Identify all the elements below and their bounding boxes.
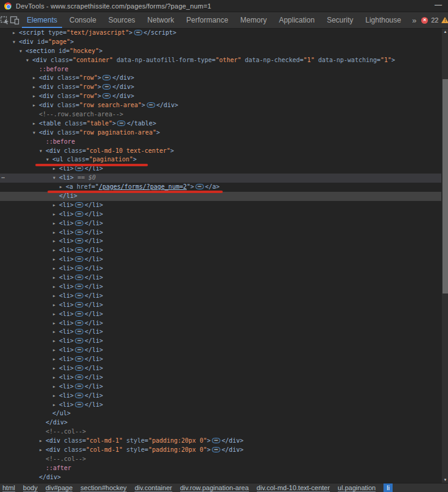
expand-arrow-closed-icon[interactable]: ▶ (33, 119, 39, 128)
error-icon[interactable]: ✕ (421, 17, 428, 24)
expand-arrow-closed-icon[interactable]: ▶ (33, 101, 39, 110)
tab-memory[interactable]: Memory (234, 12, 273, 28)
dom-tree-row-selected[interactable]: ⋯▼<li> == $0 (0, 174, 441, 183)
ellipsis-expand-pill[interactable]: ⋯ (134, 30, 142, 35)
expand-arrow-closed-icon[interactable]: ▶ (53, 310, 59, 319)
dom-tree-row[interactable]: ▶<div class="col-md-1" style="padding:20… (0, 437, 441, 446)
expand-arrow-closed-icon[interactable]: ▶ (53, 301, 59, 310)
expand-arrow-closed-icon[interactable]: ▶ (53, 255, 59, 264)
expand-arrow-closed-icon[interactable]: ▶ (53, 246, 59, 255)
dom-tree-row[interactable]: ▶<li>⋯</li> (0, 310, 441, 319)
ellipsis-expand-pill[interactable]: ⋯ (75, 220, 83, 226)
ellipsis-expand-pill[interactable]: ⋯ (75, 230, 83, 235)
breadcrumb-item-div-page[interactable]: div#page (46, 484, 73, 492)
expand-arrow-closed-icon[interactable]: ▶ (53, 401, 59, 410)
expand-arrow-closed-icon[interactable]: ▶ (53, 292, 59, 301)
scrollbar-down-button[interactable]: ▼ (442, 477, 448, 483)
breadcrumb-item-ul-pagination[interactable]: ul.pagination (338, 484, 376, 492)
minimize-button[interactable]: — (435, 1, 442, 9)
ellipsis-expand-pill[interactable]: ⋯ (75, 338, 83, 343)
dom-tree-row[interactable]: ▶<li>⋯</li> (0, 228, 441, 237)
dom-tree-row[interactable]: ▶<script type="text/javascript">⋯</scrip… (0, 29, 441, 38)
dom-tree-row[interactable]: ::before (0, 65, 441, 74)
ellipsis-expand-pill[interactable]: ⋯ (75, 265, 83, 271)
expand-arrow-closed-icon[interactable]: ▶ (40, 437, 46, 446)
expand-arrow-closed-icon[interactable]: ▶ (33, 74, 39, 83)
ellipsis-expand-pill[interactable]: ⋯ (195, 184, 204, 189)
breadcrumb-item-body[interactable]: body (23, 484, 38, 492)
dom-tree-row[interactable]: ▶<li>⋯</li> (0, 382, 441, 392)
dom-tree-row[interactable]: ▼<div id="page"> (0, 38, 441, 47)
breadcrumb-item-div-container[interactable]: div.container (135, 484, 172, 492)
ellipsis-expand-pill[interactable]: ⋯ (102, 84, 111, 90)
expand-arrow-closed-icon[interactable]: ▶ (53, 328, 59, 337)
expand-arrow-open-icon[interactable]: ▼ (26, 56, 32, 65)
inspect-element-button[interactable] (0, 12, 10, 28)
ellipsis-expand-pill[interactable]: ⋯ (147, 102, 155, 108)
error-count[interactable]: 22 (431, 16, 438, 24)
dom-tree-row[interactable]: ▼<section id="hockey"> (0, 47, 441, 56)
expand-arrow-closed-icon[interactable]: ▶ (53, 283, 59, 292)
expand-arrow-closed-icon[interactable]: ▶ (53, 392, 59, 401)
ellipsis-expand-pill[interactable]: ⋯ (102, 93, 111, 99)
ellipsis-expand-pill[interactable]: ⋯ (75, 202, 83, 208)
dom-tree-row[interactable]: <!--.col--> (0, 455, 441, 464)
expand-arrow-open-icon[interactable]: ▼ (53, 174, 59, 183)
dom-tree-row[interactable]: ▶<li>⋯</li> (0, 364, 441, 373)
dom-tree-row[interactable]: ▶<li>⋯</li> (0, 273, 441, 283)
dom-tree-row[interactable]: ▶<li>⋯</li> (0, 319, 441, 328)
tab-sources[interactable]: Sources (102, 12, 141, 28)
tab-elements[interactable]: Elements (21, 12, 63, 28)
dom-tree-row[interactable]: </div> (0, 473, 441, 482)
expand-arrow-closed-icon[interactable]: ▶ (53, 337, 59, 346)
expand-arrow-open-icon[interactable]: ▼ (40, 147, 46, 156)
dom-tree-row[interactable]: ▶<li>⋯</li> (0, 255, 441, 264)
ellipsis-expand-pill[interactable]: ⋯ (212, 438, 220, 443)
ellipsis-expand-pill[interactable]: ⋯ (75, 284, 83, 289)
dom-tree-row[interactable]: <!--.col--> (0, 427, 441, 437)
expand-arrow-closed-icon[interactable]: ▶ (13, 29, 19, 38)
ellipsis-expand-pill[interactable]: ⋯ (117, 121, 125, 126)
ellipsis-expand-pill[interactable]: ⋯ (102, 75, 111, 80)
dom-tree-row[interactable]: <!--.row.search-area--> (0, 110, 441, 119)
expand-arrow-closed-icon[interactable]: ▶ (53, 201, 59, 210)
dom-tree-row[interactable]: ▶<li>⋯</li> (0, 219, 441, 228)
warning-icon[interactable]: ! (441, 17, 448, 24)
expand-arrow-closed-icon[interactable]: ▶ (53, 164, 59, 174)
dom-tree-row[interactable]: ▶<li>⋯</li> (0, 283, 441, 292)
tab-network[interactable]: Network (141, 12, 180, 28)
expand-arrow-closed-icon[interactable]: ▶ (53, 355, 59, 364)
expand-arrow-closed-icon[interactable]: ▶ (40, 446, 46, 455)
dom-tree-row[interactable]: ::after (0, 464, 441, 473)
dom-tree-row[interactable]: ▶<li>⋯</li> (0, 246, 441, 255)
dom-tree-row[interactable]: ▶<div class="row search-area">⋯</div> (0, 101, 441, 110)
scrollbar-up-button[interactable]: ▲ (442, 29, 448, 35)
dom-tree-row[interactable]: ▶<li>⋯</li> (0, 201, 441, 210)
tab-security[interactable]: Security (321, 12, 359, 28)
expand-arrow-closed-icon[interactable]: ▶ (53, 228, 59, 237)
dom-tree-row[interactable]: ▶<table class="table">⋯</table> (0, 119, 441, 128)
dom-tree-row[interactable]: ▶<div class="row">⋯</div> (0, 92, 441, 101)
expand-arrow-open-icon[interactable]: ▼ (33, 128, 39, 138)
tab-performance[interactable]: Performance (180, 12, 234, 28)
ellipsis-expand-pill[interactable]: ⋯ (75, 402, 83, 407)
ellipsis-expand-pill[interactable]: ⋯ (75, 365, 83, 371)
ellipsis-expand-pill[interactable]: ⋯ (212, 447, 220, 452)
ellipsis-expand-pill[interactable]: ⋯ (75, 247, 83, 253)
dom-tree-row[interactable]: ▶<li>⋯</li> (0, 373, 441, 382)
breadcrumb-item-section-hockey[interactable]: section#hockey (80, 484, 127, 492)
dom-tree-row[interactable]: ▶<li>⋯</li> (0, 292, 441, 301)
expand-arrow-open-icon[interactable]: ▼ (19, 47, 26, 56)
expand-arrow-closed-icon[interactable]: ▶ (53, 373, 59, 382)
dom-tree-row[interactable]: </div> (0, 418, 441, 427)
dom-tree-row[interactable]: ▶<div class="row">⋯</div> (0, 83, 441, 92)
expand-arrow-closed-icon[interactable]: ▶ (53, 364, 59, 373)
dom-tree-row[interactable]: ▶<li>⋯</li> (0, 264, 441, 273)
dom-tree-row[interactable]: ▼<div class="container" data-np-autofill… (0, 56, 441, 65)
expand-arrow-closed-icon[interactable]: ▶ (53, 219, 59, 228)
expand-arrow-closed-icon[interactable]: ▶ (53, 273, 59, 283)
dom-tree-row[interactable]: ▶<li>⋯</li> (0, 346, 441, 355)
dom-tree-row[interactable]: ▶<li>⋯</li> (0, 355, 441, 364)
ellipsis-expand-pill[interactable]: ⋯ (75, 329, 83, 334)
ellipsis-expand-pill[interactable]: ⋯ (75, 238, 83, 244)
